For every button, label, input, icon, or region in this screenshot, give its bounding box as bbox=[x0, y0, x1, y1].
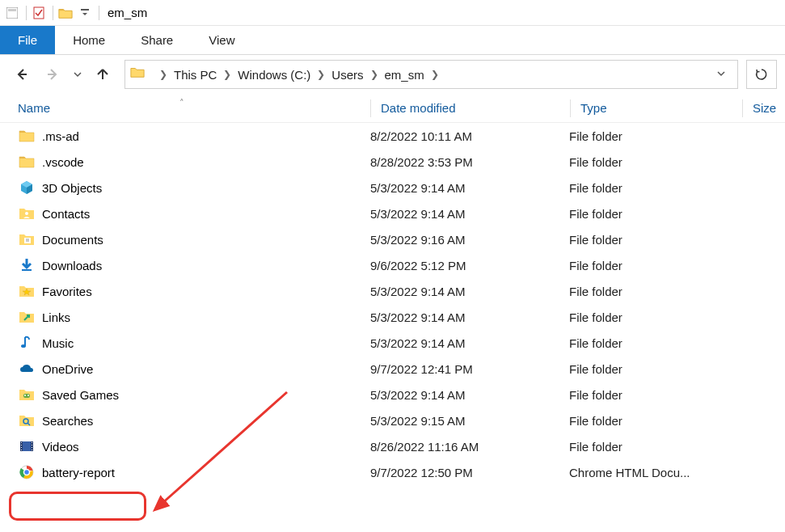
properties-icon[interactable] bbox=[30, 4, 48, 22]
forward-button[interactable] bbox=[39, 61, 66, 88]
file-type: File folder bbox=[569, 129, 731, 143]
chevron-right-icon[interactable]: ❯ bbox=[431, 69, 439, 80]
svg-rect-2 bbox=[34, 7, 44, 19]
breadcrumb-drive[interactable]: Windows (C:) bbox=[238, 68, 310, 82]
sort-indicator-icon: ˄ bbox=[179, 98, 184, 108]
file-row[interactable]: Documents5/3/2022 9:16 AMFile folder bbox=[18, 226, 785, 252]
file-row[interactable]: Music5/3/2022 9:14 AMFile folder bbox=[18, 330, 785, 356]
svg-rect-23 bbox=[21, 450, 22, 450]
file-type: File folder bbox=[569, 259, 731, 272]
svg-rect-20 bbox=[21, 442, 22, 443]
folder-icon bbox=[57, 4, 74, 22]
home-tab[interactable]: Home bbox=[55, 26, 123, 54]
file-row[interactable]: Searches5/3/2022 9:15 AMFile folder bbox=[18, 407, 785, 433]
recent-locations-button[interactable] bbox=[70, 61, 86, 88]
file-row[interactable]: Links5/3/2022 9:14 AMFile folder bbox=[18, 304, 785, 330]
file-row[interactable]: OneDrive9/7/2022 12:41 PMFile folder bbox=[18, 356, 785, 382]
file-type: File folder bbox=[569, 155, 731, 169]
file-icon bbox=[18, 437, 36, 455]
address-bar[interactable]: ❯ This PC ❯ Windows (C:) ❯ Users ❯ em_sm… bbox=[125, 60, 738, 89]
address-folder-icon bbox=[130, 65, 148, 83]
file-tab[interactable]: File bbox=[0, 26, 55, 54]
file-name: Links bbox=[42, 310, 370, 324]
column-name-label: Name bbox=[18, 101, 50, 115]
file-date: 5/3/2022 9:14 AM bbox=[370, 336, 569, 350]
file-icon bbox=[18, 360, 36, 378]
breadcrumb-this-pc[interactable]: This PC bbox=[174, 68, 217, 82]
file-date: 8/28/2022 3:53 PM bbox=[370, 155, 569, 169]
svg-point-11 bbox=[21, 344, 26, 348]
svg-rect-27 bbox=[32, 450, 32, 450]
column-name[interactable]: Name ˄ bbox=[18, 101, 370, 115]
file-icon bbox=[18, 334, 36, 352]
ribbon: File Home Share View bbox=[0, 26, 785, 55]
title-bar: em_sm bbox=[0, 0, 785, 26]
svg-rect-3 bbox=[81, 9, 89, 11]
breadcrumb-current[interactable]: em_sm bbox=[385, 68, 424, 82]
back-button[interactable] bbox=[8, 61, 36, 88]
file-icon bbox=[18, 256, 36, 274]
file-date: 9/6/2022 5:12 PM bbox=[370, 259, 569, 272]
file-icon bbox=[18, 205, 36, 222]
file-row[interactable]: Contacts5/3/2022 9:14 AMFile folder bbox=[18, 201, 785, 226]
file-row[interactable]: .ms-ad8/2/2022 10:11 AMFile folder bbox=[18, 123, 785, 149]
system-menu-icon[interactable] bbox=[3, 4, 21, 22]
file-type: File folder bbox=[569, 207, 731, 221]
file-row[interactable]: Saved Games5/3/2022 9:14 AMFile folder bbox=[18, 382, 785, 407]
column-date[interactable]: Date modified bbox=[381, 101, 570, 115]
column-size[interactable]: Size bbox=[753, 101, 785, 115]
file-row[interactable]: 3D Objects5/3/2022 9:14 AMFile folder bbox=[18, 175, 785, 201]
file-type: File folder bbox=[569, 414, 731, 428]
file-name: 3D Objects bbox=[42, 181, 370, 195]
annotation-highlight bbox=[9, 492, 146, 521]
file-row[interactable]: .vscode8/28/2022 3:53 PMFile folder bbox=[18, 149, 785, 175]
quick-access-dropdown-icon[interactable] bbox=[76, 4, 94, 22]
file-date: 5/3/2022 9:14 AM bbox=[370, 388, 569, 402]
file-name: Downloads bbox=[42, 259, 370, 272]
svg-rect-26 bbox=[32, 447, 32, 448]
file-row[interactable]: Favorites5/3/2022 9:14 AMFile folder bbox=[18, 278, 785, 304]
file-name: OneDrive bbox=[42, 362, 370, 376]
breadcrumb-users[interactable]: Users bbox=[331, 68, 363, 82]
file-row[interactable]: battery-report9/7/2022 12:50 PMChrome HT… bbox=[18, 459, 785, 485]
refresh-button[interactable] bbox=[746, 60, 777, 89]
file-row[interactable]: Videos8/26/2022 11:16 AMFile folder bbox=[18, 433, 785, 459]
file-date: 5/3/2022 9:15 AM bbox=[370, 414, 569, 428]
column-headers: Name ˄ Date modified Type Size bbox=[0, 94, 785, 123]
svg-point-13 bbox=[24, 395, 26, 396]
file-type: File folder bbox=[569, 362, 731, 376]
file-type: File folder bbox=[569, 336, 731, 350]
file-date: 5/3/2022 9:14 AM bbox=[370, 310, 569, 324]
file-date: 5/3/2022 9:16 AM bbox=[370, 233, 569, 247]
file-name: Videos bbox=[42, 440, 370, 454]
file-date: 5/3/2022 9:14 AM bbox=[370, 207, 569, 221]
file-icon bbox=[18, 153, 36, 171]
file-icon bbox=[18, 179, 36, 196]
svg-rect-1 bbox=[8, 9, 16, 11]
file-date: 8/2/2022 10:11 AM bbox=[370, 129, 569, 143]
svg-point-29 bbox=[24, 470, 30, 475]
file-date: 9/7/2022 12:50 PM bbox=[370, 466, 569, 479]
file-type: File folder bbox=[569, 233, 731, 247]
file-name: Documents bbox=[42, 233, 370, 247]
chevron-right-icon[interactable]: ❯ bbox=[370, 69, 378, 80]
chevron-right-icon[interactable]: ❯ bbox=[317, 69, 325, 80]
chevron-right-icon[interactable]: ❯ bbox=[223, 69, 231, 80]
share-tab[interactable]: Share bbox=[123, 26, 191, 54]
column-type[interactable]: Type bbox=[580, 101, 742, 115]
file-date: 8/26/2022 11:16 AM bbox=[370, 440, 569, 454]
view-tab[interactable]: View bbox=[191, 26, 252, 54]
file-type: File folder bbox=[569, 388, 731, 402]
up-button[interactable] bbox=[89, 61, 116, 88]
file-name: .vscode bbox=[42, 155, 370, 169]
file-list: .ms-ad8/2/2022 10:11 AMFile folder.vscod… bbox=[0, 123, 785, 485]
file-row[interactable]: Downloads9/6/2022 5:12 PMFile folder bbox=[18, 252, 785, 278]
file-name: Favorites bbox=[42, 285, 370, 298]
address-dropdown-icon[interactable] bbox=[710, 68, 732, 81]
file-name: battery-report bbox=[42, 466, 370, 479]
file-icon bbox=[18, 282, 36, 300]
file-icon bbox=[18, 463, 36, 481]
chevron-right-icon[interactable]: ❯ bbox=[159, 69, 167, 80]
file-name: Searches bbox=[42, 414, 370, 428]
file-type: File folder bbox=[569, 310, 731, 324]
